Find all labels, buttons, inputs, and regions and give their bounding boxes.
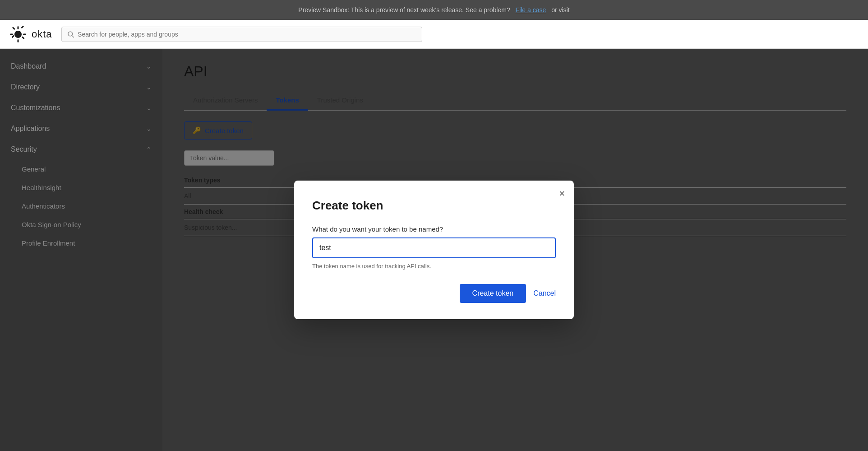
svg-point-0 [14,31,22,38]
main-layout: Dashboard ⌄ Directory ⌄ Customizations ⌄… [0,49,868,451]
logo-text: okta [32,28,52,40]
okta-logo-icon [9,25,27,43]
svg-rect-2 [18,39,19,42]
svg-rect-1 [18,26,19,29]
svg-rect-4 [23,33,26,35]
file-case-link[interactable]: File a case [516,6,546,14]
header: okta [0,20,868,49]
banner-suffix: or visit [551,6,569,14]
modal-field-label: What do you want your token to be named? [312,225,556,233]
create-token-modal: × Create token What do you want your tok… [294,181,574,319]
token-name-input[interactable] [312,237,556,258]
modal-close-button[interactable]: × [559,189,565,199]
search-bar[interactable] [61,27,422,42]
modal-actions: Create token Cancel [312,284,556,303]
svg-rect-3 [10,33,13,35]
svg-rect-6 [22,36,25,39]
svg-rect-7 [21,25,24,28]
search-input[interactable] [78,31,416,38]
modal-create-token-button[interactable]: Create token [460,284,526,303]
svg-rect-5 [12,27,15,30]
banner-text: Preview Sandbox: This is a preview of ne… [298,6,510,14]
modal-cancel-button[interactable]: Cancel [533,289,556,298]
svg-line-10 [72,35,74,37]
search-icon [67,31,74,38]
modal-title: Create token [312,199,556,213]
logo: okta [9,25,52,43]
preview-banner: Preview Sandbox: This is a preview of ne… [0,0,868,20]
modal-overlay: × Create token What do you want your tok… [0,49,868,451]
modal-hint-text: The token name is used for tracking API … [312,263,556,270]
svg-rect-8 [11,35,14,38]
